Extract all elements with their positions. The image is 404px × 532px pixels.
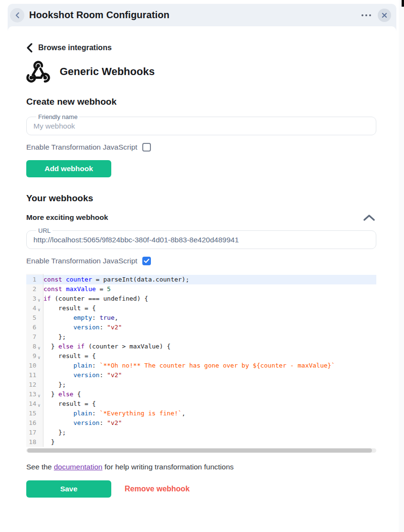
code-token: result = { (43, 352, 96, 359)
dialog-close-button[interactable] (378, 9, 391, 22)
code-line: plain: `**Oh no!** The counter has gone … (43, 361, 376, 370)
code-line: version: "v2" (43, 370, 376, 380)
friendly-name-input[interactable] (32, 121, 370, 130)
enable-transform-label: Enable Transformation JavaScript (26, 257, 138, 265)
code-token: plain (74, 410, 92, 417)
code-token: plain (74, 362, 92, 369)
code-line: }; (43, 380, 376, 390)
code-line: const maxValue = 5 (43, 284, 376, 294)
line-number: 7 (26, 332, 43, 342)
code-token (43, 324, 74, 331)
editor-hscroll-track[interactable] (26, 448, 376, 453)
editor-hscroll-thumb[interactable] (27, 448, 372, 453)
code-token: maxValue (66, 285, 96, 293)
code-token: : (99, 324, 107, 331)
line-number: 14∨ (26, 399, 43, 409)
code-token: : (99, 371, 107, 379)
close-icon (382, 12, 387, 18)
checkmark-icon (144, 259, 149, 263)
integration-title: Generic Webhooks (60, 65, 155, 78)
code-token: counter (66, 276, 92, 283)
collapse-webhook-button[interactable] (362, 213, 376, 222)
fold-arrow-icon[interactable]: ∨ (38, 353, 43, 362)
documentation-link[interactable]: documentation (54, 463, 103, 471)
webhook-item-header[interactable]: More exciting webhook (26, 213, 376, 222)
code-token: }; (43, 429, 66, 436)
line-number: 6 (26, 323, 43, 332)
code-line: plain: `*Everything is fine!`, (43, 409, 376, 418)
line-number: 15 (26, 409, 43, 418)
dialog-header: Hookshot Room Configuration (8, 4, 396, 26)
remove-webhook-button[interactable]: Remove webhook (125, 485, 190, 493)
line-number: 5 (26, 313, 43, 323)
chevron-left-icon (26, 43, 32, 53)
code-token: : (92, 362, 100, 369)
enable-transform-label: Enable Transformation JavaScript (26, 143, 138, 152)
code-line: result = { (43, 351, 376, 361)
your-webhooks-heading: Your webhooks (26, 193, 376, 204)
enable-transform-checkbox-existing[interactable] (142, 257, 151, 265)
create-webhook-heading: Create new webhook (26, 97, 376, 107)
code-token: } (43, 343, 58, 350)
code-token: = (96, 285, 107, 293)
add-webhook-button[interactable]: Add webhook (26, 160, 111, 177)
line-number: 10 (26, 361, 43, 370)
code-line: version: "v2" (43, 323, 376, 332)
save-button[interactable]: Save (26, 480, 111, 498)
editor-code[interactable]: const counter = parseInt(data.counter);c… (43, 274, 376, 447)
code-line: } (43, 437, 376, 447)
code-token: `*Everything is fine!` (99, 410, 181, 417)
fold-arrow-icon[interactable]: ∨ (38, 305, 43, 315)
webhook-url-input[interactable] (32, 235, 370, 244)
code-token: (counter > maxValue) { (85, 343, 170, 350)
enable-transform-checkbox-new[interactable] (142, 143, 151, 152)
browse-integrations-link[interactable]: Browse integrations (26, 43, 376, 53)
fold-arrow-icon[interactable]: ∨ (38, 391, 43, 401)
page-scrollbar-track[interactable] (399, 0, 404, 532)
fold-arrow-icon[interactable]: ∨ (38, 401, 43, 410)
code-token: if (77, 343, 85, 350)
code-token: , (115, 314, 118, 321)
chevron-up-icon (363, 214, 375, 221)
line-number: 17 (26, 428, 43, 437)
fold-arrow-icon[interactable]: ∨ (38, 295, 43, 305)
dialog-back-button[interactable] (10, 8, 24, 22)
code-editor[interactable]: 123∨4∨5678∨9∨10111213∨14∨15161718 const … (26, 274, 376, 447)
line-number: 18 (26, 437, 43, 447)
code-token: }; (43, 381, 66, 388)
code-line: if (counter === undefined) { (43, 294, 376, 304)
overflow-menu-button[interactable] (359, 11, 374, 19)
enable-transform-row-new: Enable Transformation JavaScript (26, 143, 376, 152)
code-token: } (43, 438, 54, 445)
code-token (43, 419, 74, 426)
code-token (43, 410, 74, 417)
line-number: 3∨ (26, 294, 43, 304)
line-number: 13∨ (26, 390, 43, 399)
code-token (43, 362, 74, 369)
code-token: const (43, 285, 62, 293)
line-number: 2 (26, 284, 43, 294)
code-token (43, 371, 74, 379)
dialog-title: Hookshot Room Configuration (29, 10, 359, 21)
code-line: }; (43, 428, 376, 437)
code-token: `**Oh no!** The counter has gone over by… (99, 362, 335, 369)
line-number: 11 (26, 370, 43, 380)
code-token: true (99, 314, 114, 321)
webhook-item-name: More exciting webhook (26, 213, 108, 222)
code-token: "v2" (107, 371, 122, 379)
page-scrollbar-thumb[interactable] (402, 0, 404, 7)
code-line: } else if (counter > maxValue) { (43, 342, 376, 351)
webhook-url-label: URL (36, 227, 53, 234)
integration-header: Generic Webhooks (26, 60, 376, 84)
code-token (62, 276, 66, 283)
code-token: result = { (43, 400, 96, 407)
hookshot-dialog: Hookshot Room Configuration Browse integ… (8, 4, 396, 532)
fold-arrow-icon[interactable]: ∨ (38, 343, 43, 353)
code-line: result = { (43, 399, 376, 409)
code-token: "v2" (107, 324, 122, 331)
line-number: 8∨ (26, 342, 43, 351)
code-token: else (58, 391, 73, 398)
code-token: { (74, 391, 81, 398)
code-line: empty: true, (43, 313, 376, 323)
content-card: Browse integrations (8, 26, 396, 532)
